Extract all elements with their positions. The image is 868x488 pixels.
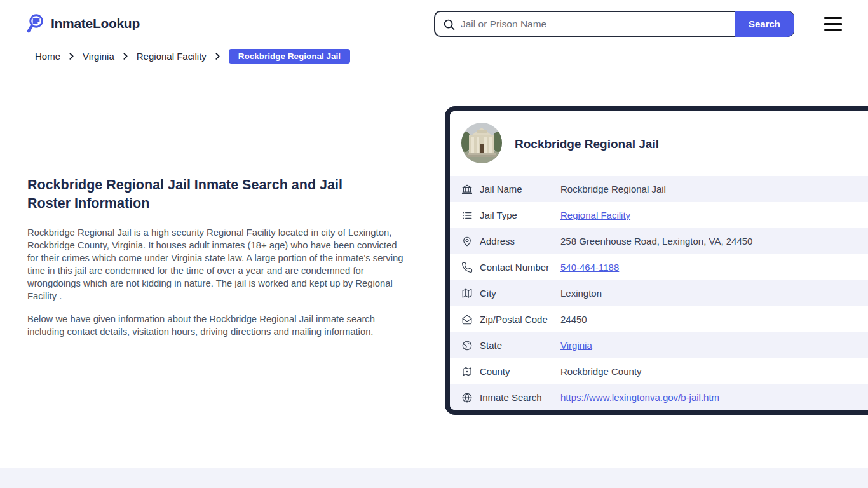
table-row-county: County Rockbridge County <box>450 358 868 384</box>
row-label: Contact Number <box>480 262 560 273</box>
row-label: City <box>480 288 560 299</box>
breadcrumb-virginia[interactable]: Virginia <box>83 51 114 62</box>
search-input[interactable] <box>461 12 759 36</box>
city-value: Lexington <box>560 288 602 299</box>
breadcrumb-current-badge: Rockbridge Regional Jail <box>229 49 350 64</box>
envelope-icon <box>461 314 473 325</box>
breadcrumb-regional-facility[interactable]: Regional Facility <box>137 51 207 62</box>
phone-icon <box>461 262 473 273</box>
table-row-address: Address 258 Greenhouse Road, Lexington, … <box>450 228 868 254</box>
row-label: Jail Name <box>480 184 560 194</box>
page-title: Rockbridge Regional Jail Inmate Search a… <box>27 176 387 213</box>
row-label: Address <box>480 236 560 247</box>
intro-paragraph: Rockbridge Regional Jail is a high secur… <box>27 226 407 302</box>
table-row-state: State Virginia <box>450 332 868 358</box>
search-icon <box>442 18 456 32</box>
search-button[interactable]: Search <box>735 11 794 37</box>
jail-name-value: Rockbridge Regional Jail <box>560 184 666 194</box>
row-label: Inmate Search <box>480 392 560 403</box>
row-label: County <box>480 366 560 377</box>
state-link[interactable]: Virginia <box>560 340 592 351</box>
bank-icon <box>461 184 473 195</box>
map-icon <box>461 288 473 299</box>
map-pin-icon <box>461 236 473 247</box>
facility-card: Rockbridge Regional Jail Jail Name Rockb… <box>445 106 868 415</box>
facility-name-title: Rockbridge Regional Jail <box>515 137 659 151</box>
planet-icon <box>461 340 473 351</box>
row-label: Jail Type <box>480 210 560 220</box>
county-value: Rockbridge County <box>560 366 642 377</box>
search-bar: Search <box>434 11 794 37</box>
map-marker-icon <box>461 366 473 377</box>
table-row-inmate-search: Inmate Search https://www.lexingtonva.go… <box>450 384 868 410</box>
brand-name: InmateLookup <box>51 16 140 31</box>
footer-strip <box>0 468 868 488</box>
list-icon <box>461 210 473 221</box>
hamburger-menu-icon[interactable] <box>824 17 842 31</box>
brand-logo[interactable]: InmateLookup <box>25 13 140 34</box>
page: InmateLookup Search Home Virginia Region… <box>0 0 868 488</box>
table-row-contact-number: Contact Number 540-464-1188 <box>450 254 868 280</box>
table-row-city: City Lexington <box>450 280 868 306</box>
globe-icon <box>461 392 473 403</box>
chevron-right-icon <box>67 52 76 60</box>
facility-photo <box>461 123 502 163</box>
jail-type-link[interactable]: Regional Facility <box>560 210 630 220</box>
contact-number-link[interactable]: 540-464-1188 <box>560 262 619 273</box>
magnifier-list-icon <box>25 13 46 34</box>
info-paragraph: Below we have given information about th… <box>27 313 407 338</box>
row-label: State <box>480 340 560 351</box>
breadcrumb: Home Virginia Regional Facility Rockbrid… <box>35 49 350 63</box>
breadcrumb-home[interactable]: Home <box>35 51 60 62</box>
table-row-jail-type: Jail Type Regional Facility <box>450 202 868 228</box>
zip-value: 24450 <box>560 314 587 325</box>
chevron-right-icon <box>214 52 222 60</box>
table-row-zip: Zip/Postal Code 24450 <box>450 306 868 332</box>
address-value: 258 Greenhouse Road, Lexington, VA, 2445… <box>560 236 752 247</box>
table-row-jail-name: Jail Name Rockbridge Regional Jail <box>450 176 868 202</box>
row-label: Zip/Postal Code <box>480 314 560 325</box>
inmate-search-link[interactable]: https://www.lexingtonva.gov/b-jail.htm <box>560 392 719 403</box>
chevron-right-icon <box>121 52 130 60</box>
facility-card-header: Rockbridge Regional Jail <box>450 111 868 176</box>
